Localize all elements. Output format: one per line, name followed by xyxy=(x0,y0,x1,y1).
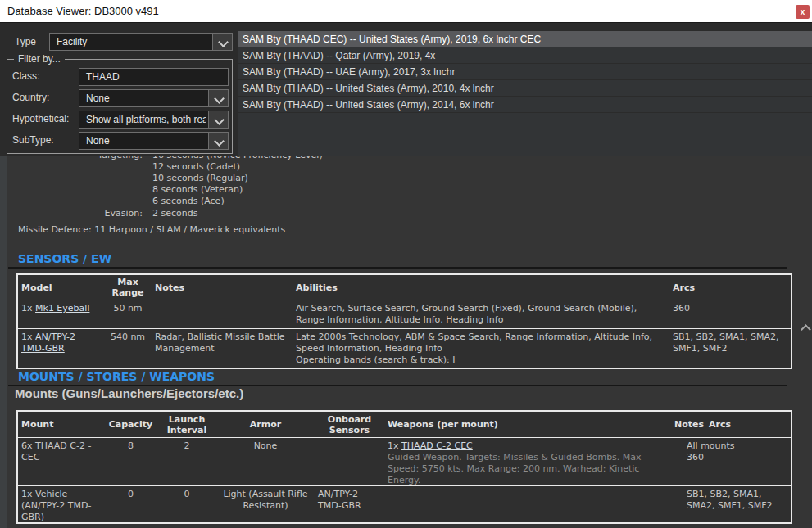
list-item[interactable]: SAM Bty (THAAD) -- UAE (Army), 2017, 3x … xyxy=(238,64,812,80)
sensor-arcs: SB1, SB2, SMA1, SMA2, SMF1, SMF2 xyxy=(669,329,791,368)
mount-name: 1x Vehicle (AN/TPY-2 TMD-GBR) xyxy=(18,486,104,522)
sensor-model: 1x Mk1 Eyeball xyxy=(18,300,104,328)
weapon-link[interactable]: THAAD C-2 CEC xyxy=(401,440,473,451)
targeting-block: Targeting: 16 seconds (Novice Proficienc… xyxy=(0,156,323,207)
filter-by-legend: Filter by... xyxy=(14,53,65,65)
col-launch-interval: Launch Interval xyxy=(157,412,216,437)
evasion-value: 2 seconds xyxy=(152,208,197,219)
mount-arcs: 360 xyxy=(687,452,787,463)
sensor-model: 1x AN/TPY-2 TMD-GBR xyxy=(18,329,104,368)
sensors-table: Model Max Range Notes Abilities Arcs 1x … xyxy=(16,273,792,369)
table-row: 1x Mk1 Eyeball 50 nm Air Search, Surface… xyxy=(18,300,791,328)
hypothetical-dropdown[interactable]: Show all platforms, both rea xyxy=(79,111,229,129)
window-title: Database Viewer: DB3000 v491 xyxy=(7,5,159,17)
class-input[interactable]: THAAD xyxy=(79,68,229,86)
type-dropdown-value: Facility xyxy=(57,36,211,47)
targeting-label: Targeting: xyxy=(90,156,143,161)
mount-launch-interval: 2 xyxy=(157,438,216,485)
hypothetical-label: Hypothetical: xyxy=(12,113,69,124)
evasion-label: Evasion: xyxy=(90,208,143,219)
col-capacity: Capacity xyxy=(104,412,157,437)
sensor-notes xyxy=(152,300,293,328)
platform-detail-pane: Targeting: 16 seconds (Novice Proficienc… xyxy=(0,156,812,528)
col-notes: Notes xyxy=(674,419,704,430)
mount-weapons xyxy=(384,486,661,522)
subtype-dropdown[interactable]: None xyxy=(79,132,229,150)
mount-onboard-sensors xyxy=(315,438,384,485)
type-dropdown[interactable]: Facility xyxy=(49,33,233,51)
list-item[interactable]: SAM Bty (THAAD) -- Qatar (Army), 2019, 4… xyxy=(238,47,812,64)
mount-arcs: SB1, SB2, SMA1, xyxy=(687,489,787,500)
country-dropdown-value: None xyxy=(86,93,206,104)
close-icon[interactable]: x xyxy=(796,5,810,19)
sensors-heading-rule xyxy=(8,267,787,269)
col-arcs: Arcs xyxy=(669,275,791,300)
subtype-dropdown-value: None xyxy=(86,135,206,147)
weapon-description: Guided Weapon. Targets: Missiles & Guide… xyxy=(388,452,651,486)
sensor-notes: Radar, Ballistic Missile Battle Manageme… xyxy=(152,329,293,368)
col-arcs: Arcs xyxy=(709,419,731,430)
mount-notes-arcs: All mounts 360 xyxy=(661,438,791,485)
col-model: Model xyxy=(18,275,104,300)
platform-results-list: SAM Bty (THAAD CEC) -- United States (Ar… xyxy=(238,31,812,156)
mount-capacity: 8 xyxy=(104,438,157,485)
mounts-subheading: Mounts (Guns/Launchers/Ejectors/etc.) xyxy=(15,386,243,400)
list-item[interactable]: SAM Bty (THAAD) -- United States (Army),… xyxy=(238,80,812,97)
chevron-down-icon[interactable] xyxy=(212,34,232,50)
col-notes: Notes xyxy=(152,275,293,300)
filter-by-groupbox: Filter by... Class: THAAD Country: None … xyxy=(7,59,233,154)
chevron-down-icon[interactable] xyxy=(208,111,228,128)
mounts-table-header: Mount Capacity Launch Interval Armor Onb… xyxy=(18,412,791,437)
mount-weapons: 1x THAAD C-2 CEC Guided Weapon. Targets:… xyxy=(384,438,661,485)
mount-capacity: 0 xyxy=(104,486,157,522)
mount-arcs: SMA2, SMF1, SMF2 xyxy=(687,500,787,512)
database-viewer-window: Database Viewer: DB3000 v491 x Type Faci… xyxy=(0,0,812,528)
mount-onboard-sensors: AN/TPY-2 TMD-GBR xyxy=(315,486,384,522)
mount-name: 6x THAAD C-2 - CEC xyxy=(18,438,104,485)
filter-panel: Type Facility Filter by... Class: THAAD … xyxy=(0,23,812,156)
list-item[interactable]: SAM Bty (THAAD CEC) -- United States (Ar… xyxy=(238,31,812,47)
evasion-block: Evasion: 2 seconds xyxy=(0,208,197,219)
table-row: 6x THAAD C-2 - CEC 8 2 None 1x THAAD C-2… xyxy=(18,437,791,485)
mount-notes-arcs: SB1, SB2, SMA1, SMA2, SMF1, SMF2 xyxy=(661,486,791,522)
detail-scrollbar[interactable] xyxy=(799,312,812,528)
col-abilities: Abilities xyxy=(293,275,669,300)
sensor-max-range: 540 nm xyxy=(104,329,152,368)
sensor-abilities: Air Search, Surface Search, Ground Searc… xyxy=(293,300,669,328)
class-input-value: THAAD xyxy=(86,71,120,83)
col-onboard-sensors: Onboard Sensors xyxy=(315,412,384,437)
country-dropdown[interactable]: None xyxy=(79,89,229,107)
hypothetical-dropdown-value: Show all platforms, both rea xyxy=(86,114,206,125)
chevron-up-icon[interactable] xyxy=(800,322,811,333)
mount-notes: All mounts xyxy=(687,440,787,452)
mount-armor: Light (Assault Rifle Resistant) xyxy=(216,486,315,522)
table-row: 1x Vehicle (AN/TPY-2 TMD-GBR) 0 0 Light … xyxy=(18,485,791,522)
subtype-label: SubType: xyxy=(12,134,54,146)
sensor-arcs: 360 xyxy=(669,300,791,328)
mounts-table: Mount Capacity Launch Interval Armor Onb… xyxy=(16,410,792,524)
mount-launch-interval: 0 xyxy=(157,486,216,522)
sensor-max-range: 50 nm xyxy=(104,300,152,328)
missile-defence-line: Missile Defence: 11 Harpoon / SLAM / Mav… xyxy=(18,224,285,235)
country-label: Country: xyxy=(12,92,49,103)
col-max-range: Max Range xyxy=(104,275,152,300)
mount-armor: None xyxy=(216,438,315,485)
mounts-heading: MOUNTS / STORES / WEAPONS xyxy=(18,370,215,383)
chevron-down-icon[interactable] xyxy=(208,90,228,106)
type-label: Type xyxy=(15,36,36,47)
col-mount: Mount xyxy=(18,412,104,437)
sensor-link[interactable]: Mk1 Eyeball xyxy=(35,303,89,314)
col-notes-arcs: Notes Arcs xyxy=(661,412,791,437)
sensors-heading: SENSORS / EW xyxy=(18,252,111,265)
list-item[interactable]: SAM Bty (THAAD) -- United States (Army),… xyxy=(238,97,812,113)
col-armor: Armor xyxy=(216,412,315,437)
class-label: Class: xyxy=(12,70,39,82)
targeting-values: 16 seconds (Novice Proficiency Level) 12… xyxy=(152,156,323,207)
chevron-down-icon[interactable] xyxy=(208,133,228,149)
sensors-table-header: Model Max Range Notes Abilities Arcs xyxy=(18,275,791,300)
sensor-abilities: Late 2000s Technology, ABM & Space Searc… xyxy=(293,329,669,368)
table-row: 1x AN/TPY-2 TMD-GBR 540 nm Radar, Ballis… xyxy=(18,328,791,368)
col-weapons: Weapons (per mount) xyxy=(384,412,661,437)
title-bar: Database Viewer: DB3000 v491 x xyxy=(0,0,812,23)
